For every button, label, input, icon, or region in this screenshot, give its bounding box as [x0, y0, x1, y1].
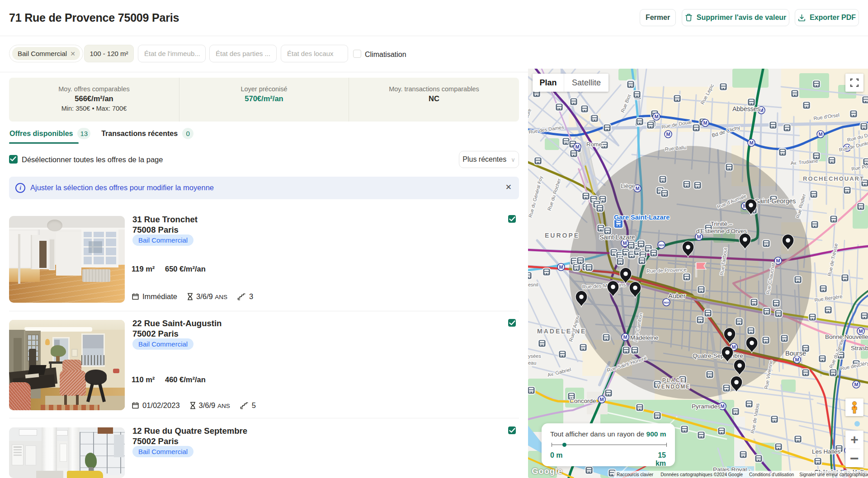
- svg-text:Bourse: Bourse: [785, 350, 806, 357]
- svg-text:eau: eau: [528, 360, 536, 366]
- svg-text:ysées: ysées: [528, 353, 541, 359]
- svg-text:Madeleine: Madeleine: [630, 334, 658, 341]
- svg-text:Gare Saint-Lazare: Gare Saint-Lazare: [614, 214, 670, 221]
- svg-text:esnil: esnil: [528, 282, 538, 287]
- svg-text:EUROPE: EUROPE: [545, 232, 580, 239]
- svg-text:Strasbo: Strasbo: [851, 345, 868, 351]
- svg-text:Bonne Nouvelle: Bonne Nouvelle: [825, 333, 868, 340]
- svg-text:Concorde: Concorde: [570, 398, 596, 404]
- svg-text:Rome: Rome: [586, 141, 602, 148]
- svg-text:PLACE: PLACE: [662, 377, 685, 384]
- svg-text:Pyramides: Pyramides: [692, 403, 721, 410]
- svg-text:d'Estienne d'Orves: d'Estienne d'Orves: [696, 228, 747, 234]
- svg-text:MADELEINE: MADELEINE: [537, 328, 586, 335]
- svg-text:ROCHECHOUART: ROCHECHOUART: [803, 175, 864, 182]
- svg-text:Liège: Liège: [621, 183, 635, 189]
- svg-text:Saint Lazare: Saint Lazare: [599, 234, 635, 241]
- svg-text:Auber: Auber: [668, 292, 686, 300]
- svg-text:Quatre-Septembre: Quatre-Septembre: [693, 352, 743, 359]
- svg-text:Les Halles: Les Halles: [812, 448, 840, 455]
- svg-text:Saint-Georges: Saint-Georges: [755, 197, 796, 205]
- svg-text:Trinité –: Trinité –: [711, 220, 733, 227]
- svg-text:VENDÔME: VENDÔME: [657, 383, 691, 390]
- svg-text:Abbesses: Abbesses: [732, 105, 760, 112]
